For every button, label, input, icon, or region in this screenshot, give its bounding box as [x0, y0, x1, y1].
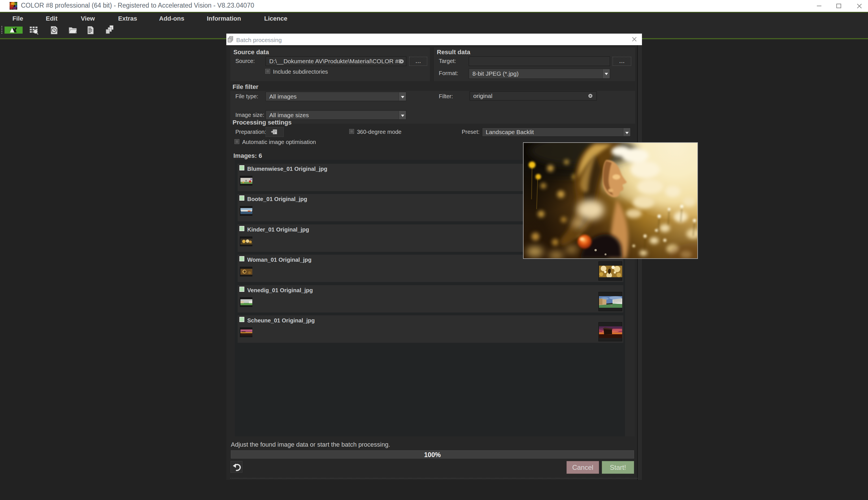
svg-text:OLO: OLO — [11, 3, 15, 5]
